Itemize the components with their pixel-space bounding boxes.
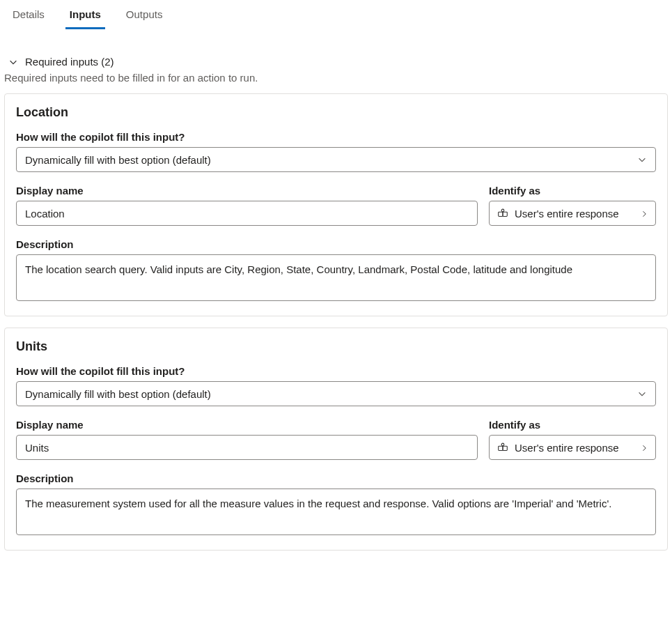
chevron-down-icon (637, 155, 647, 164)
chevron-down-icon (8, 57, 18, 67)
description-label: Description (16, 472, 656, 484)
display-name-label: Display name (16, 185, 478, 197)
identify-as-value: User's entire response (515, 208, 634, 220)
fill-input-label: How will the copilot fill this input? (16, 131, 656, 143)
svg-point-2 (501, 209, 504, 212)
svg-rect-1 (503, 212, 507, 216)
fill-input-select-value: Dynamically fill with best option (defau… (25, 154, 637, 166)
svg-rect-3 (499, 446, 503, 450)
section-subtitle: Required inputs need to be filled in for… (4, 72, 672, 84)
description-label: Description (16, 238, 656, 250)
svg-rect-4 (503, 446, 507, 450)
display-name-input[interactable] (16, 435, 478, 460)
section-title: Required inputs (2) (25, 56, 114, 68)
display-name-input[interactable] (16, 201, 478, 226)
card-title: Units (16, 339, 656, 354)
fill-input-select[interactable]: Dynamically fill with best option (defau… (16, 381, 656, 406)
input-card-location: Location How will the copilot fill this … (4, 93, 668, 316)
identify-as-label: Identify as (489, 185, 656, 197)
entity-icon (497, 441, 509, 454)
description-input[interactable] (16, 489, 656, 535)
chevron-down-icon (637, 389, 647, 399)
input-card-units: Units How will the copilot fill this inp… (4, 328, 668, 551)
tab-details[interactable]: Details (8, 6, 49, 29)
fill-input-label: How will the copilot fill this input? (16, 365, 656, 377)
tab-outputs[interactable]: Outputs (122, 6, 167, 29)
chevron-right-icon (640, 443, 648, 452)
svg-point-5 (501, 443, 504, 446)
fill-input-select[interactable]: Dynamically fill with best option (defau… (16, 147, 656, 172)
entity-icon (497, 207, 509, 220)
svg-rect-0 (499, 212, 503, 216)
tab-inputs[interactable]: Inputs (65, 6, 105, 29)
section-required-inputs-header[interactable]: Required inputs (2) (8, 56, 672, 68)
tabs-bar: Details Inputs Outputs (0, 0, 672, 29)
fill-input-select-value: Dynamically fill with best option (defau… (25, 388, 637, 400)
description-input[interactable] (16, 254, 656, 301)
card-title: Location (16, 105, 656, 120)
identify-as-label: Identify as (489, 419, 656, 431)
identify-as-button[interactable]: User's entire response (489, 201, 656, 226)
chevron-right-icon (640, 209, 648, 217)
identify-as-button[interactable]: User's entire response (489, 435, 656, 460)
identify-as-value: User's entire response (515, 442, 634, 454)
display-name-label: Display name (16, 419, 478, 431)
